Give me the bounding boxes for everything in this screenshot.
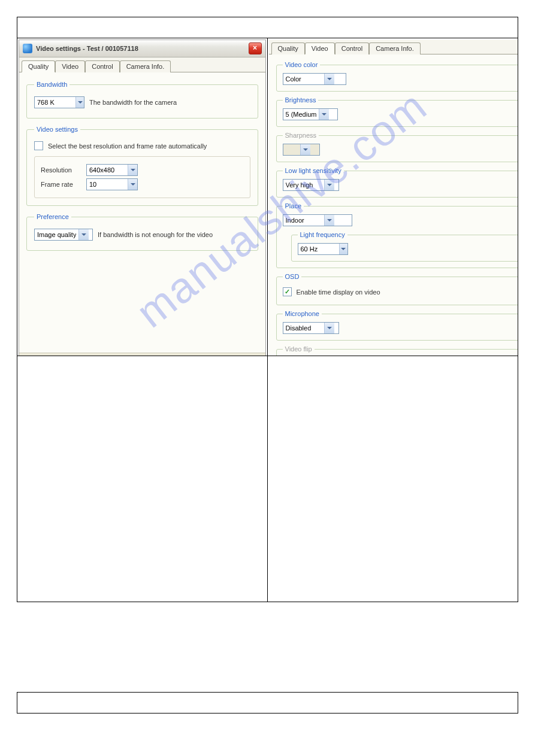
light-frequency-fieldset: Light frequency 60 Hz bbox=[291, 231, 518, 262]
tab-camera-info-r[interactable]: Camera Info. bbox=[369, 42, 421, 54]
brightness-fieldset: Brightness 5 (Medium bbox=[276, 96, 518, 127]
microphone-fieldset: Microphone Disabled bbox=[276, 310, 518, 341]
titlebar: Video settings - Test / 001057118 × bbox=[19, 40, 265, 57]
place-fieldset: Place Indoor Light frequency 60 Hz bbox=[276, 202, 518, 268]
framerate-label: Frame rate bbox=[41, 181, 81, 188]
microphone-select[interactable]: Disabled bbox=[283, 322, 339, 334]
osd-fieldset: OSD Enable time display on video bbox=[276, 273, 518, 305]
tab-quality-r[interactable]: Quality bbox=[271, 42, 305, 54]
chevron-down-icon bbox=[319, 109, 329, 120]
low-light-fieldset: Low light sensitivity Very high bbox=[276, 167, 518, 198]
chevron-down-icon bbox=[78, 229, 89, 240]
chevron-down-icon bbox=[300, 144, 310, 155]
preference-desc: If bandwidth is not enough for the video bbox=[98, 231, 213, 238]
cell-quality-dialog: Video settings - Test / 001057118 × Qual… bbox=[17, 38, 268, 356]
bandwidth-select[interactable]: 768 K bbox=[34, 96, 84, 108]
osd-time-checkbox[interactable] bbox=[283, 287, 292, 296]
tab-control-r[interactable]: Control bbox=[335, 42, 369, 54]
video-settings-legend: Video settings bbox=[34, 126, 80, 133]
resolution-framerate-box: Resolution 640x480 Frame rate 10 bbox=[34, 156, 250, 198]
video-panel-body: Video color Color Brightness 5 (Medium bbox=[269, 54, 518, 356]
auto-resolution-label: Select the best resolution and frame rat… bbox=[48, 142, 207, 150]
bottom-page-border bbox=[17, 692, 518, 714]
chevron-down-icon bbox=[324, 180, 334, 190]
framerate-select[interactable]: 10 bbox=[86, 178, 138, 190]
video-color-legend: Video color bbox=[283, 61, 321, 68]
chevron-down-icon bbox=[324, 74, 334, 84]
content-grid: Video settings - Test / 001057118 × Qual… bbox=[17, 38, 518, 602]
top-page-border bbox=[17, 17, 518, 38]
quality-panel: Bandwidth 768 K The bandwidth for the ca… bbox=[19, 72, 265, 353]
place-legend: Place bbox=[283, 202, 304, 210]
chevron-down-icon bbox=[324, 215, 334, 226]
tab-video[interactable]: Video bbox=[55, 60, 85, 72]
low-light-legend: Low light sensitivity bbox=[283, 167, 344, 174]
light-frequency-legend: Light frequency bbox=[298, 231, 347, 238]
cell-empty-br bbox=[268, 356, 518, 602]
window-title: Video settings - Test / 001057118 bbox=[36, 45, 249, 52]
sharpness-fieldset: Sharpness bbox=[276, 132, 518, 162]
close-icon[interactable]: × bbox=[249, 42, 262, 54]
osd-time-label: Enable time display on video bbox=[297, 289, 380, 296]
preference-select[interactable]: Image quality bbox=[34, 229, 93, 241]
auto-resolution-checkbox[interactable] bbox=[34, 141, 43, 150]
video-settings-fieldset: Video settings Select the best resolutio… bbox=[26, 126, 258, 206]
light-frequency-select[interactable]: 60 Hz bbox=[298, 243, 348, 255]
bandwidth-legend: Bandwidth bbox=[34, 81, 69, 88]
video-color-fieldset: Video color Color bbox=[276, 61, 518, 92]
brightness-select[interactable]: 5 (Medium bbox=[283, 108, 338, 120]
place-select[interactable]: Indoor bbox=[283, 214, 352, 226]
sharpness-select bbox=[283, 144, 320, 156]
video-flip-fieldset: Video flip Normal bbox=[276, 345, 518, 356]
app-icon bbox=[23, 44, 32, 53]
chevron-down-icon bbox=[128, 165, 137, 175]
tab-control[interactable]: Control bbox=[85, 60, 119, 72]
tabstrip-left: Quality Video Control Camera Info. bbox=[19, 57, 265, 72]
video-tab-panel: Quality Video Control Camera Info. Video… bbox=[269, 40, 518, 356]
osd-legend: OSD bbox=[283, 273, 302, 280]
cell-empty-bl bbox=[17, 356, 268, 602]
chevron-down-icon bbox=[75, 97, 84, 108]
chevron-down-icon bbox=[324, 323, 334, 333]
chevron-down-icon bbox=[128, 179, 137, 190]
preference-legend: Preference bbox=[34, 213, 71, 220]
tab-quality[interactable]: Quality bbox=[22, 60, 55, 72]
bandwidth-desc: The bandwidth for the camera bbox=[89, 99, 177, 106]
resolution-label: Resolution bbox=[41, 166, 81, 174]
sharpness-legend: Sharpness bbox=[283, 132, 319, 139]
video-flip-legend: Video flip bbox=[283, 345, 315, 353]
cell-video-panel: Quality Video Control Camera Info. Video… bbox=[268, 38, 518, 356]
video-color-select[interactable]: Color bbox=[283, 73, 346, 85]
video-settings-dialog: Video settings - Test / 001057118 × Qual… bbox=[19, 40, 266, 356]
tabstrip-right: Quality Video Control Camera Info. bbox=[269, 40, 518, 54]
microphone-legend: Microphone bbox=[283, 310, 322, 317]
tab-camera-info[interactable]: Camera Info. bbox=[120, 60, 171, 72]
resolution-select[interactable]: 640x480 bbox=[86, 164, 138, 176]
bandwidth-fieldset: Bandwidth 768 K The bandwidth for the ca… bbox=[26, 81, 258, 119]
low-light-select[interactable]: Very high bbox=[283, 179, 339, 191]
tab-video-r[interactable]: Video bbox=[305, 42, 335, 54]
preference-fieldset: Preference Image quality If bandwidth is… bbox=[26, 213, 258, 251]
brightness-legend: Brightness bbox=[283, 96, 319, 104]
chevron-down-icon bbox=[339, 244, 347, 254]
